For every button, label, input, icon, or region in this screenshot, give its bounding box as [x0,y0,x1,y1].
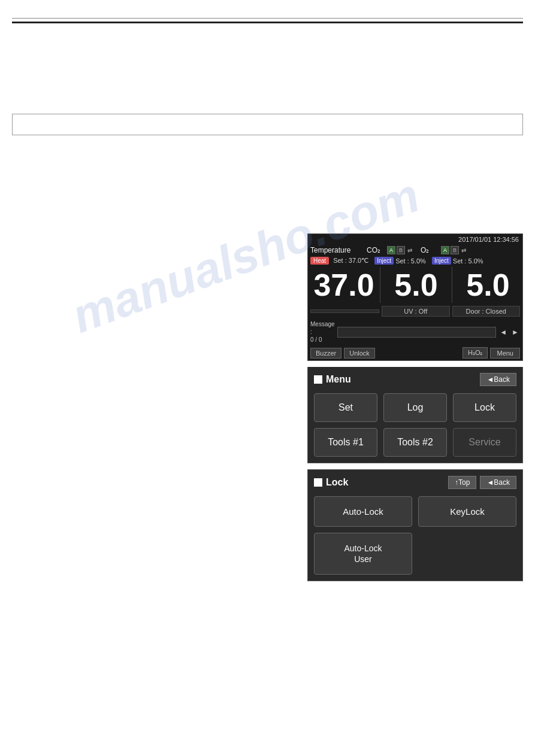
menu-title-icon [314,375,322,384]
lock-title-text: Lock [326,477,348,488]
message-next-button[interactable]: ► [510,327,520,338]
co2-value: 5.0 [380,267,452,303]
set-temp-text: Set : 37.0℃ [333,257,368,265]
lock-screen: Lock ↑Top ◄Back Auto-Lock KeyLock Auto-L… [307,469,523,581]
menu-lock-button[interactable]: Lock [453,393,516,422]
message-prev-button[interactable]: ◄ [498,327,508,338]
o2-ab-arrow: ⇄ [460,247,467,254]
buzzer-button[interactable]: Buzzer [310,348,341,359]
lock-title-icon [314,478,322,487]
display-sub-row: Heat Set : 37.0℃ Inject Set : 5.0% Injec… [308,256,522,266]
menu-title-text: Menu [326,374,351,385]
menu-title: Menu [314,374,351,385]
lock-grid: Auto-Lock KeyLock [314,496,516,527]
screens-container: 2017/01/01 12:34:56 Temperature CO₂ A B … [307,233,523,581]
keylock-button[interactable]: KeyLock [418,496,516,527]
menu-grid: Set Log Lock Tools #1 Tools #2 Service [314,393,516,457]
menu-title-bar: Menu ◄Back [314,373,516,386]
content-area [12,36,523,153]
menu-set-button[interactable]: Set [314,393,377,422]
co2-label: CO₂ [367,246,385,254]
co2-ab-arrow: ⇄ [406,247,413,254]
set-co2-text: Set : 5.0% [395,257,426,265]
display-datetime: 2017/01/01 12:34:56 [308,234,522,245]
menu-button[interactable]: Menu [490,348,520,359]
inject-badge1: Inject [374,257,394,265]
menu-log-button[interactable]: Log [383,393,447,422]
display-message-row: Message :0 / 0 ◄ ► [308,318,522,345]
inject-badge2: Inject [432,257,451,265]
set-o2-text: Set : 5.0% [453,257,483,265]
display-values-row: 37.0 5.0 5.0 [308,266,522,304]
display-labels-row: Temperature CO₂ A B ⇄ O₂ A B ⇄ [308,245,522,256]
o2-ab-group: A B ⇄ [441,246,467,254]
display-status-row: UV : Off Door : Closed [308,304,522,318]
lock-back-button[interactable]: ◄Back [480,476,516,489]
unlock-button[interactable]: Unlock [344,348,375,359]
temperature-label: Temperature [310,246,364,254]
uv-status: UV : Off [382,306,450,317]
h2o2-button[interactable]: H₂O₂ [463,347,488,359]
status-blank [310,309,379,313]
temp-value: 37.0 [308,267,380,303]
text-box [12,114,523,135]
display-bottom-row: Buzzer Unlock H₂O₂ Menu [308,345,522,360]
lock-nav-buttons: ↑Top ◄Back [448,476,516,489]
menu-tools2-button[interactable]: Tools #2 [383,428,447,457]
o2-a-button[interactable]: A [441,246,449,254]
co2-ab-group: A B ⇄ [387,246,413,254]
menu-screen: Menu ◄Back Set Log Lock Tools #1 Tools #… [307,367,523,463]
top-border [12,18,523,19]
lock-title: Lock [314,477,348,488]
o2-label: O₂ [421,246,439,254]
co2-b-button[interactable]: B [397,246,405,254]
top-border-thick [12,22,523,23]
menu-tools1-button[interactable]: Tools #1 [314,428,377,457]
autolock-user-button[interactable]: Auto-LockUser [314,533,412,575]
menu-back-button[interactable]: ◄Back [480,373,516,386]
door-status: Door : Closed [452,306,521,317]
lock-title-bar: Lock ↑Top ◄Back [314,476,516,489]
main-display: 2017/01/01 12:34:56 Temperature CO₂ A B … [307,233,523,361]
message-box [337,327,497,338]
lock-top-button[interactable]: ↑Top [448,476,476,489]
message-label: Message :0 / 0 [310,320,335,344]
heat-badge: Heat [310,257,329,265]
o2-b-button[interactable]: B [451,246,459,254]
menu-service-button: Service [453,428,516,457]
co2-a-button[interactable]: A [387,246,395,254]
o2-value: 5.0 [452,267,524,303]
lock-row2: Auto-LockUser [314,533,516,575]
autolock-button[interactable]: Auto-Lock [314,496,412,527]
